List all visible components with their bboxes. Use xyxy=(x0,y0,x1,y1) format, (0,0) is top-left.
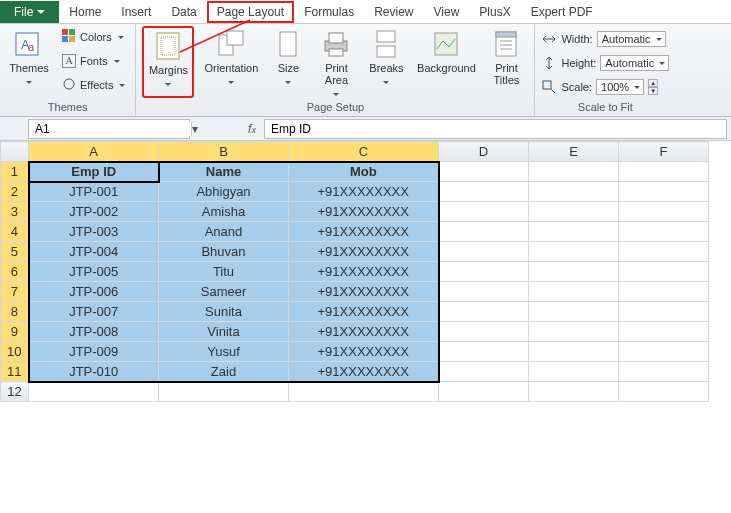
cell[interactable] xyxy=(529,382,619,402)
worksheet-grid[interactable]: A B C D E F 1Emp IDNameMob2JTP-001Abhigy… xyxy=(0,141,731,402)
cell[interactable] xyxy=(529,362,619,382)
height-dropdown[interactable]: Automatic xyxy=(600,55,669,71)
row-header[interactable]: 7 xyxy=(1,282,29,302)
row-header[interactable]: 10 xyxy=(1,342,29,362)
cell[interactable]: +91XXXXXXXX xyxy=(289,302,439,322)
cell[interactable] xyxy=(529,342,619,362)
cell[interactable]: +91XXXXXXXX xyxy=(289,182,439,202)
cell[interactable]: Zaid xyxy=(159,362,289,382)
cell[interactable]: Name xyxy=(159,162,289,182)
tab-data[interactable]: Data xyxy=(161,1,206,23)
cell[interactable]: +91XXXXXXXX xyxy=(289,262,439,282)
cell[interactable]: Titu xyxy=(159,262,289,282)
cell[interactable] xyxy=(439,282,529,302)
cell[interactable] xyxy=(529,262,619,282)
colors-button[interactable]: Colors xyxy=(58,26,129,48)
cell[interactable] xyxy=(439,302,529,322)
cell[interactable] xyxy=(439,162,529,182)
tab-file[interactable]: File xyxy=(0,1,59,23)
background-button[interactable]: Background xyxy=(414,26,478,98)
tab-review[interactable]: Review xyxy=(364,1,423,23)
cell[interactable] xyxy=(529,302,619,322)
col-header-D[interactable]: D xyxy=(439,142,529,162)
cell[interactable] xyxy=(619,302,709,322)
cell[interactable]: JTP-007 xyxy=(29,302,159,322)
col-header-E[interactable]: E xyxy=(529,142,619,162)
row-header[interactable]: 4 xyxy=(1,222,29,242)
cell[interactable] xyxy=(619,362,709,382)
cell[interactable]: Anand xyxy=(159,222,289,242)
select-all-corner[interactable] xyxy=(1,142,29,162)
cell[interactable] xyxy=(619,242,709,262)
cell[interactable] xyxy=(439,242,529,262)
col-header-A[interactable]: A xyxy=(29,142,159,162)
cell[interactable]: +91XXXXXXXX xyxy=(289,342,439,362)
cell[interactable] xyxy=(619,162,709,182)
cell[interactable] xyxy=(619,222,709,242)
row-header[interactable]: 12 xyxy=(1,382,29,402)
tab-insert[interactable]: Insert xyxy=(111,1,161,23)
col-header-F[interactable]: F xyxy=(619,142,709,162)
row-header[interactable]: 5 xyxy=(1,242,29,262)
row-header[interactable]: 8 xyxy=(1,302,29,322)
width-dropdown[interactable]: Automatic xyxy=(597,31,666,47)
scale-spinner[interactable]: ▲▼ xyxy=(648,79,658,95)
cell[interactable]: Sameer xyxy=(159,282,289,302)
tab-plusx[interactable]: PlusX xyxy=(469,1,520,23)
cell[interactable]: JTP-010 xyxy=(29,362,159,382)
cell[interactable]: Abhigyan xyxy=(159,182,289,202)
cell[interactable] xyxy=(619,202,709,222)
cell[interactable] xyxy=(439,362,529,382)
cell[interactable]: Mob xyxy=(289,162,439,182)
cell[interactable] xyxy=(619,182,709,202)
cell[interactable]: JTP-001 xyxy=(29,182,159,202)
tab-home[interactable]: Home xyxy=(59,1,111,23)
cell[interactable] xyxy=(529,322,619,342)
row-header[interactable]: 11 xyxy=(1,362,29,382)
cell[interactable]: JTP-003 xyxy=(29,222,159,242)
fx-icon[interactable]: fx xyxy=(240,122,264,136)
row-header[interactable]: 1 xyxy=(1,162,29,182)
cell[interactable] xyxy=(619,382,709,402)
name-box-input[interactable] xyxy=(29,122,191,136)
cell[interactable]: Sunita xyxy=(159,302,289,322)
margins-button[interactable]: Margins xyxy=(142,26,194,98)
cell[interactable] xyxy=(529,162,619,182)
cell[interactable]: Amisha xyxy=(159,202,289,222)
tab-expert-pdf[interactable]: Expert PDF xyxy=(521,1,603,23)
cell[interactable]: +91XXXXXXXX xyxy=(289,242,439,262)
cell[interactable]: +91XXXXXXXX xyxy=(289,202,439,222)
chevron-down-icon[interactable]: ▾ xyxy=(191,122,198,136)
cell[interactable]: JTP-008 xyxy=(29,322,159,342)
print-area-button[interactable]: Print Area xyxy=(314,26,358,98)
cell[interactable] xyxy=(439,322,529,342)
cell[interactable] xyxy=(439,182,529,202)
cell[interactable] xyxy=(529,202,619,222)
cell[interactable] xyxy=(29,382,159,402)
breaks-button[interactable]: Breaks xyxy=(364,26,408,98)
cell[interactable] xyxy=(529,222,619,242)
cell[interactable]: Yusuf xyxy=(159,342,289,362)
orientation-button[interactable]: Orientation xyxy=(200,26,262,98)
row-header[interactable]: 3 xyxy=(1,202,29,222)
tab-page-layout[interactable]: Page Layout xyxy=(207,1,294,23)
cell[interactable] xyxy=(529,242,619,262)
cell[interactable] xyxy=(529,282,619,302)
cell[interactable] xyxy=(529,182,619,202)
effects-button[interactable]: Effects xyxy=(58,74,129,96)
cell[interactable] xyxy=(619,282,709,302)
formula-input[interactable] xyxy=(264,119,727,139)
cell[interactable]: Vinita xyxy=(159,322,289,342)
cell[interactable] xyxy=(439,202,529,222)
print-titles-button[interactable]: Print Titles xyxy=(484,26,528,98)
cell[interactable] xyxy=(619,262,709,282)
cell[interactable]: +91XXXXXXXX xyxy=(289,362,439,382)
row-header[interactable]: 6 xyxy=(1,262,29,282)
cell[interactable]: JTP-006 xyxy=(29,282,159,302)
cell[interactable] xyxy=(439,382,529,402)
size-button[interactable]: Size xyxy=(268,26,308,98)
cell[interactable] xyxy=(439,342,529,362)
cell[interactable] xyxy=(289,382,439,402)
cell[interactable] xyxy=(619,322,709,342)
cell[interactable]: +91XXXXXXXX xyxy=(289,322,439,342)
